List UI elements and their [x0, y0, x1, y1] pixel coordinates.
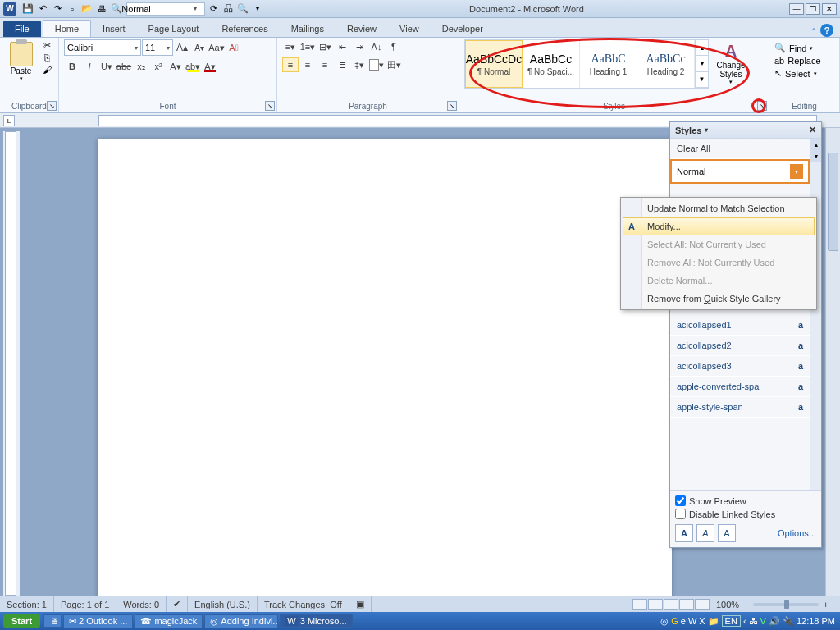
tab-mailings[interactable]: Mailings [280, 21, 336, 37]
minimize-ribbon-icon[interactable]: ˆ [812, 27, 815, 37]
quick-print-icon[interactable]: 🖶 [95, 2, 108, 16]
qat-repeat-icon[interactable]: ⟳ [207, 2, 220, 16]
borders-icon[interactable]: 田▾ [386, 57, 402, 72]
paragraph-launcher[interactable]: ↘ [447, 101, 457, 111]
styles-clear-all[interactable]: Clear All [670, 139, 810, 159]
status-track-changes[interactable]: Track Changes: Off [258, 596, 349, 612]
scroll-up-icon[interactable]: ▴ [810, 139, 821, 150]
align-right-icon[interactable]: ≡ [317, 57, 333, 72]
tab-view[interactable]: View [388, 21, 431, 37]
tray-power-icon[interactable]: 🔌 [783, 616, 794, 627]
restore-button[interactable]: ❐ [806, 3, 820, 15]
sort-icon[interactable]: A↓ [368, 39, 385, 54]
vertical-scrollbar[interactable] [825, 128, 840, 596]
styles-pane-header[interactable]: Styles ▾ ✕ [670, 122, 821, 138]
change-case-icon[interactable]: Aa▾ [208, 40, 225, 55]
style-item-heading2[interactable]: AaBbCc Heading 2 [637, 40, 695, 88]
taskbar-item-chrome[interactable]: ◎Adding Indivi... [204, 614, 278, 628]
increase-indent-icon[interactable]: ⇥ [351, 39, 368, 54]
tray-ie-icon[interactable]: e [681, 616, 686, 626]
save-icon[interactable]: 💾 [21, 2, 34, 16]
start-button[interactable]: Start [3, 614, 40, 628]
style-item-no-spacing[interactable]: AaBbCc ¶ No Spaci... [523, 40, 580, 88]
status-words[interactable]: Words: 0 [116, 596, 167, 612]
zoom-out-icon[interactable]: − [741, 600, 746, 609]
tab-home[interactable]: Home [43, 20, 91, 37]
scroll-down-icon[interactable]: ▾ [810, 150, 821, 162]
qat-style-combo[interactable]: Normal ▾ [126, 2, 205, 16]
styles-item-normal[interactable]: Normal ▾ [670, 159, 810, 184]
taskbar-item-outlook[interactable]: ✉2 Outlook ... [63, 614, 133, 628]
tab-insert[interactable]: Insert [91, 21, 137, 37]
gallery-down-icon[interactable]: ▾ [696, 56, 708, 71]
find-button[interactable]: 🔍Find▾ [774, 43, 821, 53]
style-item-normal[interactable]: AaBbCcDc ¶ Normal [465, 40, 523, 88]
italic-button[interactable]: I [81, 59, 98, 74]
shrink-font-icon[interactable]: A▾ [191, 40, 208, 55]
font-launcher[interactable]: ↘ [265, 101, 275, 111]
select-button[interactable]: ↖Select▾ [774, 68, 821, 79]
styles-item[interactable]: acicollapsed3a [670, 356, 810, 377]
multilevel-list-icon[interactable]: ⊟▾ [317, 39, 333, 54]
show-hide-icon[interactable]: ¶ [386, 39, 402, 54]
underline-button[interactable]: U▾ [98, 59, 115, 74]
cut-icon[interactable]: ✂ [40, 39, 53, 51]
decrease-indent-icon[interactable]: ⇤ [334, 39, 350, 54]
quicklaunch-desktop-icon[interactable]: 🖥 [43, 614, 62, 628]
font-color-icon[interactable]: A▾ [202, 59, 218, 74]
tray-excel-icon[interactable]: X [699, 616, 705, 626]
redo-icon[interactable]: ↷ [51, 2, 64, 16]
disable-linked-checkbox[interactable]: Disable Linked Styles [675, 509, 816, 519]
ruler-vertical[interactable] [3, 131, 20, 596]
undo-icon[interactable]: ↶ [36, 2, 49, 16]
help-icon[interactable]: ? [820, 24, 833, 37]
view-print-layout-icon[interactable] [632, 599, 647, 610]
qat-orgchart-icon[interactable]: 品 [221, 2, 235, 16]
status-language[interactable]: English (U.S.) [188, 596, 258, 612]
manage-styles-icon[interactable]: A [718, 524, 736, 542]
view-outline-icon[interactable] [679, 599, 694, 610]
styles-pane-menu-icon[interactable]: ▾ [705, 126, 708, 134]
tray-expand-icon[interactable]: ‹ [743, 616, 746, 626]
tray-folder-icon[interactable]: 📁 [708, 616, 719, 627]
open-icon[interactable]: 📂 [80, 2, 94, 16]
zoom-in-icon[interactable]: + [824, 600, 829, 609]
show-preview-checkbox[interactable]: Show Preview [675, 495, 816, 506]
close-button[interactable]: ✕ [822, 3, 837, 15]
menu-remove-from-gallery[interactable]: Remove from Quick Style Gallery [623, 290, 815, 308]
clear-formatting-icon[interactable]: A⃠ [226, 40, 242, 55]
status-macro[interactable]: ▣ [349, 596, 372, 612]
status-page[interactable]: Page: 1 of 1 [54, 596, 116, 612]
tray-word-icon[interactable]: W [688, 616, 696, 626]
new-icon[interactable]: ▫ [66, 2, 79, 16]
strikethrough-button[interactable]: abe [116, 59, 132, 74]
justify-icon[interactable]: ≣ [334, 57, 350, 72]
view-web-layout-icon[interactable] [664, 599, 678, 610]
zoom-level[interactable]: 100% [716, 600, 739, 609]
tray-clock[interactable]: 12:18 PM [797, 616, 835, 626]
font-name-combo[interactable]: Calibri▾ [64, 39, 141, 56]
change-styles-button[interactable]: A Change Styles ▾ [712, 39, 750, 88]
align-left-icon[interactable]: ≡ [282, 57, 299, 72]
taskbar-item-magicjack[interactable]: ☎magicJack [135, 614, 203, 628]
view-draft-icon[interactable] [695, 599, 710, 610]
styles-pane-close-icon[interactable]: ✕ [809, 125, 816, 135]
styles-item[interactable]: acicollapsed1a [670, 315, 810, 336]
shading-icon[interactable]: ▾ [368, 57, 385, 72]
menu-update-to-match[interactable]: Update Normal to Match Selection [623, 199, 815, 217]
font-size-combo[interactable]: 11▾ [142, 39, 173, 56]
document-page[interactable] [98, 139, 672, 596]
paste-button[interactable]: Paste ▾ [5, 39, 37, 84]
styles-options-link[interactable]: Options... [778, 528, 816, 538]
numbering-icon[interactable]: 1≡▾ [299, 39, 316, 54]
view-full-screen-icon[interactable] [648, 599, 663, 610]
qat-customize-icon[interactable]: ▾ [251, 2, 264, 16]
tray-google-icon[interactable]: G [671, 616, 678, 626]
style-item-heading1[interactable]: AaBbC Heading 1 [580, 40, 637, 88]
zoom-slider[interactable] [753, 603, 819, 606]
menu-modify[interactable]: A Modify... [623, 217, 815, 235]
styles-launcher[interactable]: ↘ [757, 101, 767, 111]
styles-item-dropdown-icon[interactable]: ▾ [790, 164, 803, 179]
new-style-icon[interactable]: A [675, 524, 693, 542]
tab-page-layout[interactable]: Page Layout [137, 21, 211, 37]
